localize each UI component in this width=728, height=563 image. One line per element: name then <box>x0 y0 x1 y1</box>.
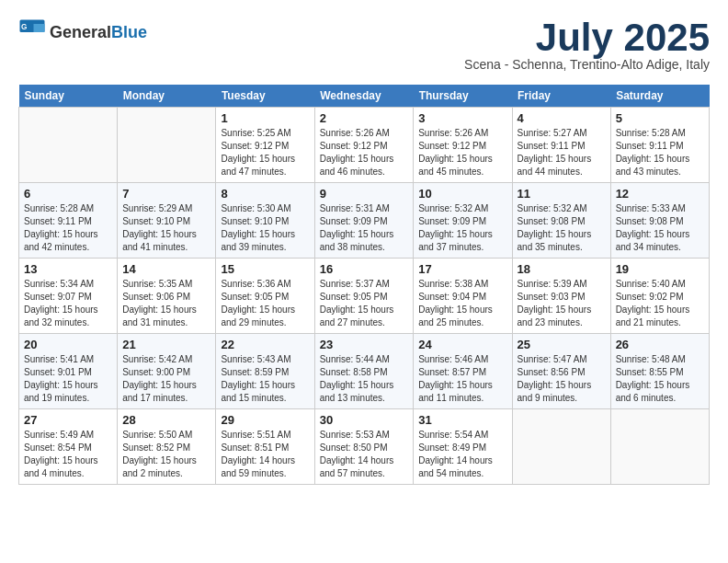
day-info: Sunrise: 5:26 AM Sunset: 9:12 PM Dayligh… <box>418 127 506 178</box>
col-thursday: Thursday <box>414 85 512 108</box>
day-cell: 26Sunrise: 5:48 AM Sunset: 8:55 PM Dayli… <box>610 334 709 409</box>
day-info: Sunrise: 5:37 AM Sunset: 9:05 PM Dayligh… <box>320 278 409 329</box>
day-cell: 29Sunrise: 5:51 AM Sunset: 8:51 PM Dayli… <box>216 409 314 485</box>
day-info: Sunrise: 5:32 AM Sunset: 9:08 PM Dayligh… <box>518 202 606 254</box>
day-cell: 15Sunrise: 5:36 AM Sunset: 9:05 PM Dayli… <box>216 259 314 334</box>
day-info: Sunrise: 5:51 AM Sunset: 8:51 PM Dayligh… <box>221 429 309 480</box>
day-info: Sunrise: 5:49 AM Sunset: 8:54 PM Dayligh… <box>24 429 112 480</box>
day-number: 21 <box>122 338 210 351</box>
day-info: Sunrise: 5:50 AM Sunset: 8:52 PM Dayligh… <box>122 429 210 480</box>
day-cell: 17Sunrise: 5:38 AM Sunset: 9:04 PM Dayli… <box>414 259 512 334</box>
col-monday: Monday <box>118 85 216 108</box>
day-cell: 22Sunrise: 5:43 AM Sunset: 8:59 PM Dayli… <box>216 334 314 409</box>
day-cell: 13Sunrise: 5:34 AM Sunset: 9:07 PM Dayli… <box>19 259 118 334</box>
day-info: Sunrise: 5:47 AM Sunset: 8:56 PM Dayligh… <box>518 353 606 405</box>
day-number: 2 <box>320 111 409 125</box>
day-number: 1 <box>221 111 309 125</box>
day-cell: 27Sunrise: 5:49 AM Sunset: 8:54 PM Dayli… <box>19 409 118 485</box>
day-number: 22 <box>221 338 309 351</box>
day-info: Sunrise: 5:40 AM Sunset: 9:02 PM Dayligh… <box>616 278 704 329</box>
subtitle: Scena - Schenna, Trentino-Alto Adige, It… <box>464 57 710 72</box>
day-number: 16 <box>320 262 409 276</box>
day-info: Sunrise: 5:53 AM Sunset: 8:50 PM Dayligh… <box>320 429 409 480</box>
day-cell: 12Sunrise: 5:33 AM Sunset: 9:08 PM Dayli… <box>610 183 709 259</box>
day-cell: 16Sunrise: 5:37 AM Sunset: 9:05 PM Dayli… <box>314 259 414 334</box>
day-info: Sunrise: 5:26 AM Sunset: 9:12 PM Dayligh… <box>320 127 409 178</box>
day-cell: 4Sunrise: 5:27 AM Sunset: 9:11 PM Daylig… <box>512 108 610 183</box>
day-number: 30 <box>320 413 409 427</box>
day-cell: 1Sunrise: 5:25 AM Sunset: 9:12 PM Daylig… <box>216 108 314 183</box>
day-info: Sunrise: 5:28 AM Sunset: 9:11 PM Dayligh… <box>616 127 704 178</box>
day-cell: 11Sunrise: 5:32 AM Sunset: 9:08 PM Dayli… <box>512 183 610 259</box>
day-cell: 21Sunrise: 5:42 AM Sunset: 9:00 PM Dayli… <box>118 334 216 409</box>
day-info: Sunrise: 5:25 AM Sunset: 9:12 PM Dayligh… <box>221 127 309 178</box>
day-cell: 10Sunrise: 5:32 AM Sunset: 9:09 PM Dayli… <box>414 183 512 259</box>
day-info: Sunrise: 5:36 AM Sunset: 9:05 PM Dayligh… <box>221 278 309 329</box>
day-cell: 7Sunrise: 5:29 AM Sunset: 9:10 PM Daylig… <box>118 183 216 259</box>
day-info: Sunrise: 5:31 AM Sunset: 9:09 PM Dayligh… <box>320 202 409 254</box>
day-cell: 5Sunrise: 5:28 AM Sunset: 9:11 PM Daylig… <box>610 108 709 183</box>
month-title: July 2025 <box>464 18 710 57</box>
logo-icon: G <box>18 18 46 46</box>
day-number: 20 <box>24 338 112 351</box>
day-info: Sunrise: 5:46 AM Sunset: 8:57 PM Dayligh… <box>418 353 506 405</box>
day-number: 13 <box>24 262 112 276</box>
day-number: 6 <box>24 187 112 201</box>
day-info: Sunrise: 5:48 AM Sunset: 8:55 PM Dayligh… <box>616 353 704 405</box>
day-number: 11 <box>518 187 606 201</box>
day-cell: 3Sunrise: 5:26 AM Sunset: 9:12 PM Daylig… <box>414 108 512 183</box>
col-tuesday: Tuesday <box>216 85 314 108</box>
week-row-1: 1Sunrise: 5:25 AM Sunset: 9:12 PM Daylig… <box>19 108 710 183</box>
day-info: Sunrise: 5:44 AM Sunset: 8:58 PM Dayligh… <box>320 353 409 405</box>
day-info: Sunrise: 5:38 AM Sunset: 9:04 PM Dayligh… <box>418 278 506 329</box>
col-wednesday: Wednesday <box>314 85 414 108</box>
day-cell: 14Sunrise: 5:35 AM Sunset: 9:06 PM Dayli… <box>118 259 216 334</box>
day-number: 19 <box>616 262 704 276</box>
day-cell <box>610 409 709 485</box>
day-number: 24 <box>418 338 506 351</box>
day-number: 8 <box>221 187 309 201</box>
day-cell: 31Sunrise: 5:54 AM Sunset: 8:49 PM Dayli… <box>414 409 512 485</box>
logo: G GeneralBlue <box>18 18 147 46</box>
day-number: 3 <box>418 111 506 125</box>
day-number: 23 <box>320 338 409 351</box>
day-number: 31 <box>418 413 506 427</box>
day-info: Sunrise: 5:27 AM Sunset: 9:11 PM Dayligh… <box>518 127 606 178</box>
day-info: Sunrise: 5:29 AM Sunset: 9:10 PM Dayligh… <box>122 202 210 254</box>
svg-marker-2 <box>34 24 45 32</box>
day-cell: 24Sunrise: 5:46 AM Sunset: 8:57 PM Dayli… <box>414 334 512 409</box>
week-row-5: 27Sunrise: 5:49 AM Sunset: 8:54 PM Dayli… <box>19 409 710 485</box>
day-cell: 23Sunrise: 5:44 AM Sunset: 8:58 PM Dayli… <box>314 334 414 409</box>
day-info: Sunrise: 5:54 AM Sunset: 8:49 PM Dayligh… <box>418 429 506 480</box>
day-info: Sunrise: 5:43 AM Sunset: 8:59 PM Dayligh… <box>221 353 309 405</box>
day-number: 9 <box>320 187 409 201</box>
logo-general: General <box>50 23 111 41</box>
header-top: G GeneralBlue July 2025 Scena - Schenna,… <box>18 18 710 81</box>
day-info: Sunrise: 5:34 AM Sunset: 9:07 PM Dayligh… <box>24 278 112 329</box>
day-number: 17 <box>418 262 506 276</box>
day-info: Sunrise: 5:35 AM Sunset: 9:06 PM Dayligh… <box>122 278 210 329</box>
day-cell: 8Sunrise: 5:30 AM Sunset: 9:10 PM Daylig… <box>216 183 314 259</box>
day-number: 28 <box>122 413 210 427</box>
day-cell <box>512 409 610 485</box>
week-row-3: 13Sunrise: 5:34 AM Sunset: 9:07 PM Dayli… <box>19 259 710 334</box>
calendar-header-row: Sunday Monday Tuesday Wednesday Thursday… <box>19 85 710 108</box>
day-cell: 19Sunrise: 5:40 AM Sunset: 9:02 PM Dayli… <box>610 259 709 334</box>
day-number: 7 <box>122 187 210 201</box>
day-info: Sunrise: 5:30 AM Sunset: 9:10 PM Dayligh… <box>221 202 309 254</box>
day-number: 26 <box>616 338 704 351</box>
calendar-table: Sunday Monday Tuesday Wednesday Thursday… <box>18 85 710 485</box>
day-number: 15 <box>221 262 309 276</box>
day-number: 29 <box>221 413 309 427</box>
day-number: 25 <box>518 338 606 351</box>
day-number: 4 <box>518 111 606 125</box>
day-info: Sunrise: 5:33 AM Sunset: 9:08 PM Dayligh… <box>616 202 704 254</box>
day-cell: 18Sunrise: 5:39 AM Sunset: 9:03 PM Dayli… <box>512 259 610 334</box>
col-saturday: Saturday <box>610 85 709 108</box>
week-row-2: 6Sunrise: 5:28 AM Sunset: 9:11 PM Daylig… <box>19 183 710 259</box>
day-number: 18 <box>518 262 606 276</box>
day-number: 5 <box>616 111 704 125</box>
week-row-4: 20Sunrise: 5:41 AM Sunset: 9:01 PM Dayli… <box>19 334 710 409</box>
logo-blue: Blue <box>111 23 147 41</box>
day-number: 12 <box>616 187 704 201</box>
